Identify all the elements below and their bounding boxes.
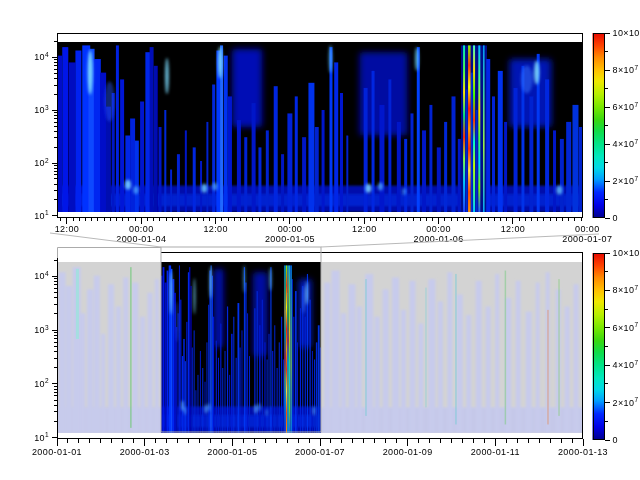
heat-col <box>560 139 564 212</box>
wash-col <box>123 277 128 433</box>
bottom-colorbar-label: 10×107 <box>613 247 640 259</box>
heat-glow <box>329 45 333 73</box>
heat-col <box>135 141 139 212</box>
heat-glow <box>170 271 172 315</box>
wash-col <box>66 286 72 433</box>
heat-col <box>170 170 172 213</box>
heat-glow <box>175 302 178 342</box>
heat-col <box>295 291 297 433</box>
top-colorbar-gradient <box>593 33 605 218</box>
heat-col <box>69 62 76 212</box>
heat-col <box>179 265 180 433</box>
heat-col <box>266 130 269 212</box>
wash-col <box>132 283 138 433</box>
heat-col <box>237 120 241 212</box>
heat-col <box>159 127 162 212</box>
heat-col <box>220 324 221 433</box>
heat-col <box>471 73 473 212</box>
heat-cloud <box>232 49 262 127</box>
heat-col <box>208 305 209 433</box>
wash-col <box>457 294 463 433</box>
heat-col <box>458 139 461 212</box>
heat-col <box>283 359 284 433</box>
heat-col <box>245 283 246 433</box>
wash-col <box>428 279 435 433</box>
heat-col <box>163 267 165 433</box>
bottom-colorbar-label: 6×107 <box>613 321 639 333</box>
heat-col <box>274 86 278 212</box>
wash-col <box>324 283 330 433</box>
heat-col <box>62 47 68 212</box>
heat-col <box>340 93 343 212</box>
bottom-x-tick-label: 2000-01-09 <box>383 447 433 457</box>
heat-col <box>193 147 196 212</box>
heat-col <box>176 327 178 433</box>
heat-col <box>227 306 228 433</box>
heat-col <box>297 342 298 433</box>
top-x-tick-label: 00:00 <box>426 224 451 234</box>
heat-glow <box>184 407 186 415</box>
event-streak <box>291 265 292 433</box>
heat-col <box>514 88 518 212</box>
heat-col <box>116 45 119 212</box>
heat-col <box>279 342 280 433</box>
bottom-x-tick-label: 2000-01-13 <box>558 447 608 457</box>
y-axis-ticks <box>52 260 58 437</box>
overview-selected-region[interactable] <box>161 262 321 433</box>
bottom-colorbar-label: 8×107 <box>613 284 639 296</box>
heat-col <box>267 359 268 433</box>
y-tick-label: 104 <box>34 270 49 282</box>
heat-col <box>444 122 447 212</box>
top-colorbar-label: 10×107 <box>613 27 640 39</box>
wash-col <box>392 277 399 433</box>
wash-col <box>155 279 159 433</box>
top-x-date-label: 2000-01-05 <box>265 234 315 244</box>
heat-col <box>397 122 401 212</box>
heat-col <box>404 139 407 212</box>
heat-col <box>312 351 313 433</box>
heat-col <box>346 136 348 213</box>
heat-glow <box>415 47 419 71</box>
heat-col <box>172 279 174 433</box>
wash-col <box>375 317 380 433</box>
wash-color-streak <box>130 267 132 428</box>
wash-col <box>516 281 521 433</box>
wash-col <box>341 313 346 433</box>
bottom-colorbar-ticks <box>605 253 611 440</box>
heat-col <box>249 356 250 433</box>
wash-col <box>348 284 355 433</box>
heat-glow <box>258 403 260 411</box>
top-x-tick-label: 12:00 <box>352 224 377 234</box>
heat-col <box>292 279 293 433</box>
heat-col <box>287 113 292 212</box>
heat-col <box>130 119 135 213</box>
wash-color-streak <box>547 310 549 425</box>
heat-col <box>281 154 284 212</box>
wash-col <box>565 306 570 433</box>
wash-col <box>574 284 579 433</box>
bottom-x-tick-label: 2000-01-07 <box>295 447 345 457</box>
heat-col <box>272 351 273 433</box>
heat-col <box>167 271 169 433</box>
heat-col <box>300 308 301 433</box>
wash-col <box>101 334 105 433</box>
heat-glow <box>378 183 383 191</box>
wash-col <box>536 283 540 433</box>
heat-col <box>239 348 240 434</box>
bottom-x-tick-label: 2000-01-11 <box>471 447 520 457</box>
heat-glow <box>302 286 306 314</box>
event-streak <box>468 45 471 212</box>
wash-col <box>332 271 340 433</box>
top-plot-data-area[interactable] <box>57 42 583 212</box>
heat-glow <box>313 406 315 415</box>
top-colorbar-label: 2×107 <box>613 175 639 187</box>
heat-col <box>177 154 180 212</box>
heat-col <box>529 96 533 212</box>
wash-color-streak <box>505 271 507 425</box>
heat-glow <box>210 267 212 299</box>
heat-col <box>206 122 208 212</box>
heat-col <box>182 356 184 433</box>
top-x-tick-label: 00:00 <box>278 224 303 234</box>
y-tick-label: 102 <box>34 377 49 389</box>
top-x-tick-label: 00:00 <box>575 224 600 234</box>
